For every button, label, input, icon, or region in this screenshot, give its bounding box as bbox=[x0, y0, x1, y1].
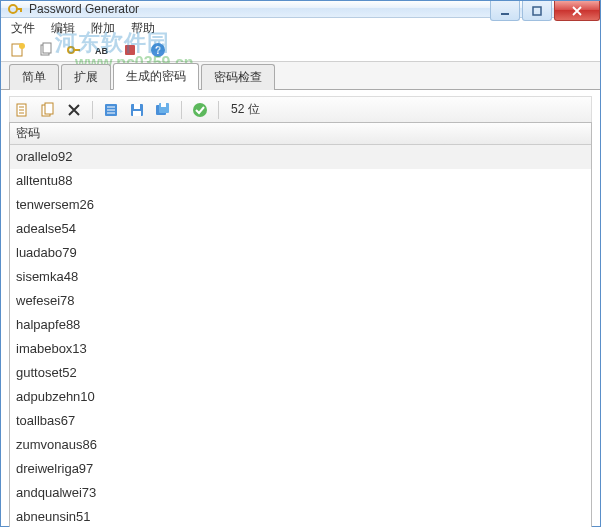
app-icon bbox=[7, 1, 23, 17]
save-icon[interactable] bbox=[127, 100, 147, 120]
list-item[interactable]: tenwersem26 bbox=[10, 193, 591, 217]
svg-point-25 bbox=[193, 103, 207, 117]
menu-edit[interactable]: 编辑 bbox=[47, 18, 79, 39]
list-item[interactable]: zumvonaus86 bbox=[10, 433, 591, 457]
bits-label: 52 位 bbox=[227, 101, 264, 118]
content-area: 52 位 密码 orallelo92alltentu88tenwersem26a… bbox=[1, 90, 600, 527]
svg-rect-8 bbox=[43, 43, 51, 53]
tabstrip: 简单 扩展 生成的密码 密码检查 bbox=[1, 62, 600, 90]
svg-rect-10 bbox=[73, 49, 80, 51]
password-list: 密码 orallelo92alltentu88tenwersem26adeals… bbox=[9, 122, 592, 527]
tab-extended[interactable]: 扩展 bbox=[61, 64, 111, 90]
list-item[interactable]: orallelo92 bbox=[10, 145, 591, 169]
list-item[interactable]: adpubzehn10 bbox=[10, 385, 591, 409]
list-body[interactable]: orallelo92alltentu88tenwersem26adealse54… bbox=[10, 145, 591, 527]
menu-file[interactable]: 文件 bbox=[7, 18, 39, 39]
strength-ok-icon bbox=[190, 100, 210, 120]
separator bbox=[181, 101, 182, 119]
list-header: 密码 bbox=[10, 123, 591, 145]
main-toolbar: AB ? bbox=[1, 39, 600, 62]
list-item[interactable]: luadabo79 bbox=[10, 241, 591, 265]
copy-all-icon[interactable] bbox=[38, 100, 58, 120]
list-item[interactable]: dreiwelriga97 bbox=[10, 457, 591, 481]
menubar: 文件 编辑 附加 帮助 bbox=[1, 18, 600, 39]
svg-text:?: ? bbox=[155, 45, 161, 56]
svg-point-6 bbox=[19, 43, 25, 49]
svg-rect-17 bbox=[45, 103, 53, 114]
svg-rect-24 bbox=[161, 103, 166, 107]
list-item[interactable]: wefesei78 bbox=[10, 289, 591, 313]
list-item[interactable]: sisemka48 bbox=[10, 265, 591, 289]
toolbar-new-icon[interactable] bbox=[7, 39, 29, 61]
toolbar-abc-icon[interactable]: AB bbox=[91, 39, 113, 61]
svg-rect-2 bbox=[20, 8, 22, 12]
svg-rect-3 bbox=[501, 13, 509, 15]
svg-rect-21 bbox=[133, 111, 141, 116]
list-item[interactable]: abneunsin51 bbox=[10, 505, 591, 527]
svg-rect-12 bbox=[125, 45, 135, 55]
toolbar-help-icon[interactable]: ? bbox=[147, 39, 169, 61]
copy-one-icon[interactable] bbox=[12, 100, 32, 120]
list-item[interactable]: imabebox13 bbox=[10, 337, 591, 361]
list-item[interactable]: toallbas67 bbox=[10, 409, 591, 433]
menu-help[interactable]: 帮助 bbox=[127, 18, 159, 39]
window-title: Password Generator bbox=[29, 2, 139, 16]
svg-rect-4 bbox=[533, 7, 541, 15]
list-item[interactable]: adealse54 bbox=[10, 217, 591, 241]
separator bbox=[218, 101, 219, 119]
list-item[interactable]: guttoset52 bbox=[10, 361, 591, 385]
menu-append[interactable]: 附加 bbox=[87, 18, 119, 39]
content-toolbar: 52 位 bbox=[9, 96, 592, 122]
toolbar-copy-icon[interactable] bbox=[35, 39, 57, 61]
list-item[interactable]: halpapfe88 bbox=[10, 313, 591, 337]
svg-point-0 bbox=[9, 5, 17, 13]
select-all-icon[interactable] bbox=[101, 100, 121, 120]
app-window: Password Generator 文件 编辑 附加 帮助 河东软件园 www… bbox=[0, 0, 601, 527]
titlebar: Password Generator bbox=[1, 1, 600, 18]
tab-generated[interactable]: 生成的密码 bbox=[113, 63, 199, 90]
list-header-label: 密码 bbox=[16, 125, 40, 142]
toolbar-settings-icon[interactable] bbox=[119, 39, 141, 61]
save-all-icon[interactable] bbox=[153, 100, 173, 120]
svg-rect-20 bbox=[134, 104, 140, 109]
tab-simple[interactable]: 简单 bbox=[9, 64, 59, 90]
svg-text:AB: AB bbox=[95, 46, 108, 56]
list-item[interactable]: alltentu88 bbox=[10, 169, 591, 193]
list-item[interactable]: andqualwei73 bbox=[10, 481, 591, 505]
delete-icon[interactable] bbox=[64, 100, 84, 120]
tab-check[interactable]: 密码检查 bbox=[201, 64, 275, 90]
toolbar-key-icon[interactable] bbox=[63, 39, 85, 61]
separator bbox=[92, 101, 93, 119]
